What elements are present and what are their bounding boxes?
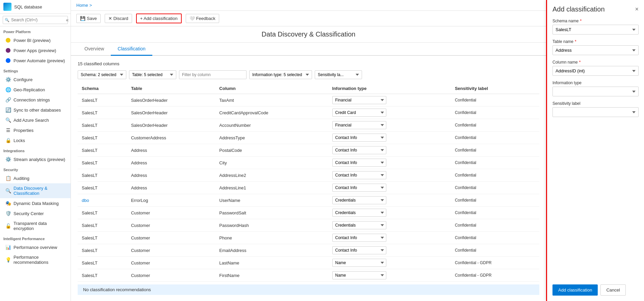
sidebar-item-geo-replication[interactable]: 🌐 Geo-Replication — [0, 85, 71, 95]
sidebar-item-sync[interactable]: 🔄 Sync to other databases — [0, 105, 71, 115]
info-type-row-select[interactable]: Credentials — [332, 209, 386, 217]
column-name-field: Column name * AddressID (int) AddressID … — [552, 60, 639, 76]
sidebar-item-azure-search[interactable]: 🔍 Add Azure Search — [0, 115, 71, 125]
sidebar-item-label: Performance overview — [14, 245, 57, 250]
info-type-row-select[interactable]: Name — [332, 271, 386, 279]
table-row: SalesLTCustomerPhoneContact InfoConfiden… — [78, 232, 539, 244]
sidebar-item-security-center[interactable]: 🛡️ Security Center — [0, 208, 71, 218]
info-type-label: Information type — [552, 80, 582, 85]
info-type-filter[interactable]: Information type: 5 selected — [249, 70, 312, 79]
classification-table: Schema Table Column Information type Sen… — [78, 83, 539, 282]
info-type-row-select[interactable]: Contact Info — [332, 246, 386, 254]
feedback-label: Feedback — [196, 16, 215, 21]
filters-row: Schema: 2 selected Table: 5 selected Inf… — [78, 70, 539, 79]
performance-overview-icon: 📊 — [5, 245, 11, 250]
feedback-button[interactable]: 🤍 Feedback — [186, 14, 219, 23]
sidebar-item-locks[interactable]: 🔒 Locks — [0, 135, 71, 145]
sidebar-item-label: Stream analytics (preview) — [14, 157, 65, 162]
sidebar-item-label: Locks — [14, 138, 25, 143]
info-type-row-select[interactable]: Credentials — [332, 196, 386, 204]
sidebar-item-label: Sync to other databases — [14, 108, 61, 113]
info-type-row-select[interactable]: Credit Card — [332, 109, 386, 117]
add-classification-toolbar-button[interactable]: + Add classification — [136, 14, 182, 23]
sidebar-item-dynamic-data-masking[interactable]: 🎭 Dynamic Data Masking — [0, 198, 71, 208]
table-name-select[interactable]: Address AddressCustomerCustomerAddressEr… — [552, 45, 639, 55]
table-row: SalesLTSalesOrderHeaderAccountNumberFina… — [78, 119, 539, 132]
table-row: SalesLTAddressPostalCodeContact InfoConf… — [78, 144, 539, 157]
sidebar-item-label: Properties — [14, 128, 33, 133]
column-name-required: * — [579, 60, 581, 65]
sidebar-item-label: Power Automate (preview) — [14, 58, 65, 63]
info-type-row-select[interactable]: Financial — [332, 121, 386, 129]
tab-overview[interactable]: Overview — [78, 43, 111, 56]
sidebar-item-connection-strings[interactable]: 🔗 Connection strings — [0, 95, 71, 105]
sensitivity-label-field: Sensitivity label ConfidentialConfidenti… — [552, 101, 639, 117]
page-title: Data Discovery & Classification — [71, 26, 546, 43]
sidebar-item-power-bi[interactable]: Power BI (preview) — [0, 35, 71, 45]
info-type-field: Information type FinancialCredit CardCon… — [552, 80, 639, 96]
sidebar-item-label: Auditing — [14, 176, 29, 181]
sensitivity-label-select[interactable]: ConfidentialConfidential - GDPRPublicHig… — [552, 107, 639, 117]
sidebar-item-configure[interactable]: ⚙️ Configure — [0, 74, 71, 85]
column-name-select[interactable]: AddressID (int) AddressID (int)AddressLi… — [552, 66, 639, 76]
sidebar-item-performance-recommendations[interactable]: 💡 Performance recommendations — [0, 252, 71, 267]
info-type-row-select[interactable]: Credentials — [332, 221, 386, 229]
app-title: SQL database — [14, 4, 42, 9]
sidebar-item-label: Dynamic Data Masking — [14, 201, 59, 206]
sidebar-item-power-apps[interactable]: Power Apps (preview) — [0, 45, 71, 55]
tab-classification[interactable]: Classification — [111, 43, 152, 56]
breadcrumb-home[interactable]: Home — [76, 3, 88, 8]
table-row: SalesLTAddressAddressLine2Contact InfoCo… — [78, 169, 539, 182]
sidebar-item-label: Power BI (preview) — [14, 38, 51, 43]
panel-cancel-button[interactable]: Cancel — [600, 284, 625, 296]
sidebar-collapse-icon[interactable]: « — [66, 17, 69, 23]
col-header-sensitivity: Sensitivity label — [451, 83, 539, 94]
info-type-row-select[interactable]: Contact Info — [332, 184, 386, 192]
sensitivity-filter[interactable]: Sensitivity la... — [315, 70, 362, 79]
sidebar-item-auditing[interactable]: 📋 Auditing — [0, 173, 71, 183]
schema-filter[interactable]: Schema: 2 selected — [78, 70, 126, 79]
sidebar-item-transparent-data[interactable]: 🔓 Transparent data encryption — [0, 218, 71, 233]
info-type-row-select[interactable]: Financial — [332, 96, 386, 104]
sidebar-item-label: Data Discovery & Classification — [14, 186, 67, 196]
col-header-schema: Schema — [78, 83, 127, 94]
discard-button[interactable]: ✕ Discard — [105, 14, 132, 23]
panel-title-row: Add classification × — [552, 5, 639, 13]
security-center-icon: 🛡️ — [5, 211, 11, 216]
panel-actions: Add classification Cancel — [552, 278, 639, 296]
save-icon: 💾 — [80, 16, 85, 21]
discard-label: Discard — [113, 16, 128, 21]
schema-name-label: Schema name — [552, 19, 578, 23]
sidebar-item-label: Geo-Replication — [14, 87, 45, 92]
info-type-row-select[interactable]: Name — [332, 259, 386, 267]
add-classification-panel: Add classification × Schema name * Sales… — [546, 0, 644, 301]
power-apps-icon — [5, 48, 11, 53]
panel-add-classification-button[interactable]: Add classification — [552, 284, 598, 296]
info-type-row-select[interactable]: Contact Info — [332, 159, 386, 167]
schema-name-select[interactable]: SalesLT SalesLTdbo — [552, 25, 639, 34]
classified-columns-count: 15 classified columns — [78, 61, 539, 66]
sidebar-item-power-automate[interactable]: Power Automate (preview) — [0, 55, 71, 66]
info-type-row-select[interactable]: Contact Info — [332, 146, 386, 154]
column-filter[interactable] — [179, 70, 247, 79]
panel-close-button[interactable]: × — [635, 6, 639, 13]
column-name-label: Column name — [552, 60, 578, 65]
sidebar-item-stream-analytics[interactable]: ⚙️ Stream analytics (preview) — [0, 154, 71, 164]
table-filter[interactable]: Table: 5 selected — [129, 70, 176, 79]
info-type-select-panel[interactable]: FinancialCredit CardContact InfoCredenti… — [552, 87, 639, 96]
no-recommendations-text: No classification recommendations — [83, 287, 151, 292]
sidebar-item-performance-overview[interactable]: 📊 Performance overview — [0, 242, 71, 252]
info-type-row-select[interactable]: Contact Info — [332, 134, 386, 142]
sidebar-item-label: Connection strings — [14, 97, 50, 102]
save-button[interactable]: 💾 Save — [76, 14, 101, 23]
content-area: 15 classified columns Schema: 2 selected… — [71, 56, 546, 301]
transparent-data-icon: 🔓 — [5, 223, 11, 229]
info-type-row-select[interactable]: Contact Info — [332, 234, 386, 242]
search-input[interactable] — [3, 16, 68, 24]
table-row: SalesLTSalesOrderHeaderCreditCardApprova… — [78, 107, 539, 119]
sidebar-item-properties[interactable]: ☰ Properties — [0, 125, 71, 135]
table-row: SalesLTCustomerPasswordHashCredentialsCo… — [78, 219, 539, 232]
sidebar-item-data-discovery[interactable]: 🔍 Data Discovery & Classification — [0, 183, 71, 198]
info-type-row-select[interactable]: Contact Info — [332, 171, 386, 179]
sidebar-item-label: Transparent data encryption — [14, 221, 67, 231]
